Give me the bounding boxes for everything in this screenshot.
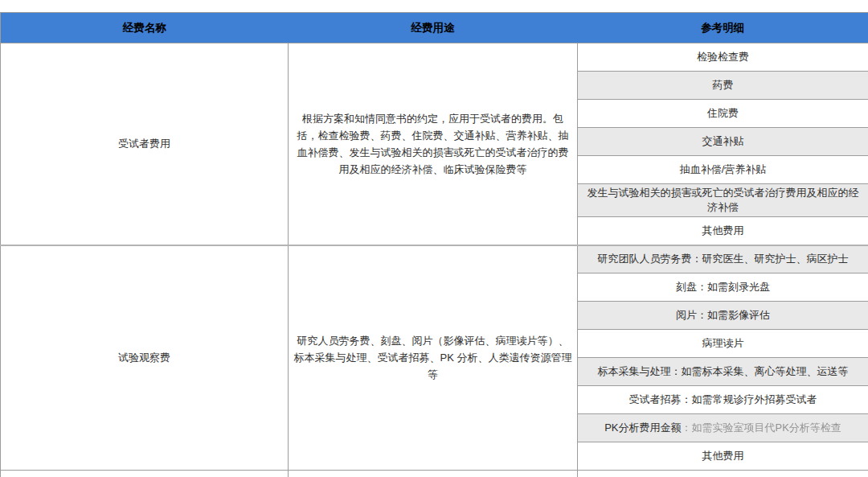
clipped-cell <box>289 471 578 477</box>
table-row: 试验观察费研究人员劳务费、刻盘、阅片（影像评估、病理读片等）、标本采集与处理、受… <box>1 245 868 273</box>
detail-text: 发生与试验相关的损害或死亡的受试者治疗费用及相应的经济补偿 <box>588 187 859 213</box>
clipped-cell <box>1 471 289 477</box>
detail-cell: 其他费用 <box>578 442 868 471</box>
fee-table-page: 经费名称经费用途参考明细 受试者费用根据方案和知情同意书的约定，应用于受试者的费… <box>0 0 868 477</box>
detail-text: 抽血补偿/营养补贴 <box>680 163 767 175</box>
header-cell-1: 经费用途 <box>289 13 578 43</box>
detail-cell: 刻盘：如需刻录光盘 <box>578 273 868 302</box>
detail-cell: 发生与试验相关的损害或死亡的受试者治疗费用及相应的经济补偿 <box>578 184 868 217</box>
fee-name-cell: 试验观察费 <box>1 245 289 471</box>
detail-text: 药费 <box>713 79 734 91</box>
detail-text: 交通补贴 <box>702 135 744 147</box>
header-cell-2: 参考明细 <box>578 13 868 43</box>
detail-cell: 阅片：如需影像评估 <box>578 302 868 330</box>
detail-text: 刻盘：如需刻录光盘 <box>676 281 770 293</box>
fee-name-cell: 受试者费用 <box>1 43 289 245</box>
detail-text: 检验检查费 <box>697 51 749 63</box>
detail-cell: 检验检查费 <box>578 43 868 72</box>
detail-text: 住院费 <box>707 107 739 119</box>
fee-purpose-cell: 根据方案和知情同意书的约定，应用于受试者的费用。包括，检查检验费、药费、住院费、… <box>289 43 578 245</box>
detail-text: PK分析费用金额 <box>604 421 681 434</box>
detail-cell: 受试者招募：如需常规诊疗外招募受试者 <box>578 386 868 414</box>
detail-text: 研究团队人员劳务费：研究医生、研究护士、病区护士 <box>598 253 849 265</box>
clipped-cell <box>578 471 868 477</box>
detail-text: 受试者招募：如需常规诊疗外招募受试者 <box>629 393 817 405</box>
detail-cell: 研究团队人员劳务费：研究医生、研究护士、病区护士 <box>578 245 868 273</box>
detail-cell: 住院费 <box>578 100 868 128</box>
detail-cell: 标本采集与处理：如需标本采集、离心等处理、运送等 <box>578 358 868 386</box>
detail-text: 阅片：如需影像评估 <box>676 309 770 321</box>
detail-text: 其他费用 <box>702 450 744 462</box>
header-cell-0: 经费名称 <box>1 13 289 43</box>
detail-cell: 病理读片 <box>578 330 868 358</box>
table-header-row: 经费名称经费用途参考明细 <box>1 13 868 43</box>
detail-cell: 抽血补偿/营养补贴 <box>578 156 868 184</box>
table-row-clipped <box>1 471 868 477</box>
fee-purpose-cell: 研究人员劳务费、刻盘、阅片（影像评估、病理读片等）、标本采集与处理、受试者招募、… <box>289 245 578 471</box>
detail-text: 其他费用 <box>702 224 744 236</box>
detail-cell: 药费 <box>578 72 868 100</box>
fee-table: 经费名称经费用途参考明细 受试者费用根据方案和知情同意书的约定，应用于受试者的费… <box>0 12 868 477</box>
table-row: 受试者费用根据方案和知情同意书的约定，应用于受试者的费用。包括，检查检验费、药费… <box>1 43 868 72</box>
pk-faded-text: ：如需实验室项目代PK分析等检查 <box>682 421 841 434</box>
detail-cell: 其他费用 <box>578 217 868 245</box>
detail-cell: PK分析费用金额：如需实验室项目代PK分析等检查 <box>578 414 868 442</box>
detail-cell: 交通补贴 <box>578 128 868 156</box>
detail-text: 标本采集与处理：如需标本采集、离心等处理、运送等 <box>598 365 849 377</box>
detail-text: 病理读片 <box>702 337 744 349</box>
